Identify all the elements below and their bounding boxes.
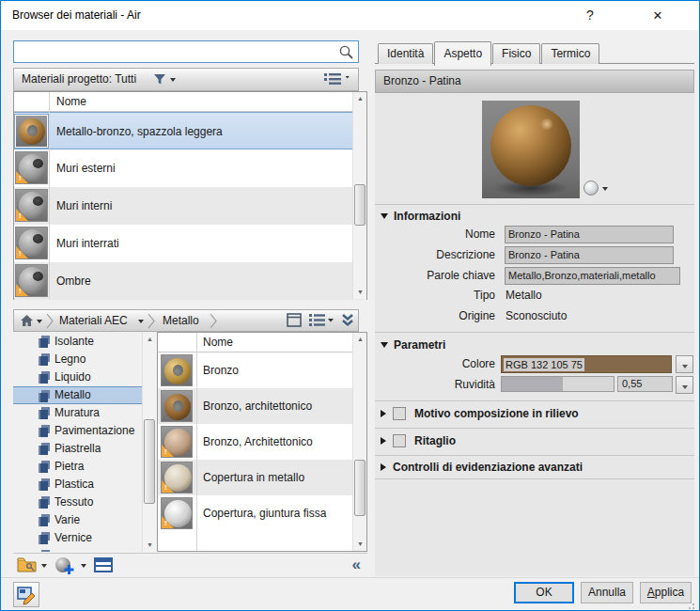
color-swatch[interactable]: RGB 132 105 75	[501, 355, 672, 373]
home-dropdown-arrow[interactable]	[37, 320, 42, 323]
panel-layout-icon[interactable]	[287, 313, 302, 327]
manage-library-dropdown-arrow[interactable]	[41, 564, 47, 568]
material-thumbnail: !	[161, 497, 193, 529]
category-icon	[39, 514, 51, 526]
close-button[interactable]: ✕	[642, 1, 674, 30]
tree-item[interactable]: Legno	[13, 351, 142, 368]
tree-item[interactable]: Muratura	[13, 404, 142, 422]
roughness-slider[interactable]	[501, 376, 614, 392]
tab-fisico[interactable]: Fisico	[492, 43, 540, 64]
resize-grip[interactable]	[689, 602, 696, 609]
tree-item[interactable]: Liquido	[13, 368, 142, 386]
relief-checkbox[interactable]	[393, 407, 406, 420]
footer-bar: OK Annulla Applica	[1, 577, 699, 611]
ok-button[interactable]: OK	[514, 582, 574, 603]
cancel-button[interactable]: Annulla	[581, 582, 633, 603]
tree-item[interactable]: Vernice	[13, 529, 142, 547]
material-row[interactable]: ! Muri interni	[14, 187, 366, 225]
tab-strip: IdentitàAspettoFisicoTermico	[375, 39, 694, 64]
breadcrumb-item-materiali-aec[interactable]: Materiali AEC	[59, 310, 128, 332]
material-row[interactable]: ! Muri interrati	[14, 225, 366, 262]
tree-item[interactable]: Pavimentazione	[13, 422, 142, 440]
view-options-button[interactable]	[322, 70, 354, 88]
search-input[interactable]	[18, 42, 335, 61]
tree-scrollbar[interactable]: ▲ ▼	[142, 333, 156, 552]
cutout-checkbox[interactable]	[393, 434, 406, 447]
section-cutout[interactable]: Ritaglio	[381, 434, 456, 449]
library-material-row[interactable]: ! Copertura in metallo	[158, 460, 366, 495]
scroll-down-arrow[interactable]: ▼	[354, 286, 366, 299]
description-field[interactable]: Bronzo - Patina	[505, 246, 674, 264]
tree-item[interactable]: Plastica	[13, 476, 142, 494]
material-row-selected[interactable]: Metallo-bronzo, spazzola leggera	[14, 112, 366, 149]
library-material-row[interactable]: ! Copertura, giuntura fissa	[158, 495, 366, 531]
tree-item[interactable]: Isolante	[13, 333, 142, 351]
open-material-editor-button[interactable]	[94, 557, 113, 572]
category-tree: Isolante Legno Liquido Metallo Muratura …	[13, 333, 142, 552]
breadcrumb-chevron-icon	[46, 313, 54, 329]
apply-button[interactable]: Applica	[640, 582, 692, 603]
material-thumbnail: !	[15, 151, 48, 184]
filter-icon[interactable]	[153, 73, 166, 86]
tab-identita[interactable]: Identità	[378, 43, 433, 64]
scroll-up-arrow[interactable]: ▲	[354, 92, 366, 105]
name-column-header[interactable]: Nome	[56, 95, 86, 108]
filter-dropdown-arrow[interactable]	[170, 78, 176, 82]
top-list-scrollbar[interactable]: ▲ ▼	[352, 92, 366, 299]
sublist-scrollbar[interactable]: ▲ ▼	[352, 333, 366, 551]
list-view-icon[interactable]	[309, 313, 334, 327]
scroll-up-arrow[interactable]: ▲	[144, 333, 156, 346]
tab-termico[interactable]: Termico	[541, 43, 599, 64]
category-icon	[39, 532, 51, 544]
scrollbar-thumb[interactable]	[354, 460, 366, 516]
tree-item-partial[interactable]	[13, 547, 142, 552]
create-material-dropdown-arrow[interactable]	[81, 564, 86, 568]
roughness-label: Ruvidità	[375, 378, 495, 391]
toggle-editor-button[interactable]	[13, 582, 39, 607]
tab-aspetto[interactable]: Aspetto	[434, 41, 491, 66]
help-button[interactable]: ?	[574, 1, 606, 30]
scrollbar-thumb[interactable]	[354, 184, 366, 226]
breadcrumb-dropdown-arrow[interactable]	[138, 320, 144, 323]
section-advanced-highlight[interactable]: Controlli di evidenziazione avanzati	[381, 461, 583, 476]
material-row[interactable]: ! Muri esterni	[14, 149, 366, 187]
roughness-dropdown-button[interactable]	[676, 376, 693, 394]
tree-item[interactable]: Pietra	[13, 458, 142, 476]
section-informazioni[interactable]: Informazioni	[381, 210, 460, 223]
material-thumbnail: !	[15, 264, 48, 297]
collapse-panel-icon[interactable]: «	[352, 556, 360, 574]
name-field[interactable]: Bronzo - Patina	[505, 226, 674, 243]
tree-item-selected[interactable]: Metallo	[13, 386, 142, 404]
breadcrumb-item-metallo[interactable]: Metallo	[163, 310, 199, 332]
keywords-field[interactable]: Metallo,Bronzo,materiali,metallo	[505, 267, 680, 285]
tree-item[interactable]: Tessuto	[13, 494, 142, 511]
keywords-label: Parole chiave	[375, 269, 495, 282]
section-parametri[interactable]: Parametri	[381, 338, 445, 352]
name-label: Nome	[375, 227, 495, 241]
scroll-up-arrow[interactable]: ▲	[354, 333, 366, 346]
create-material-button[interactable]	[54, 556, 75, 575]
tree-item[interactable]: Piastrella	[13, 440, 142, 458]
tree-item[interactable]: Varie	[13, 511, 142, 529]
library-material-row[interactable]: Bronzo, architettonico	[158, 388, 366, 424]
section-relief-pattern[interactable]: Motivo composizione in rilievo	[381, 407, 579, 422]
material-row[interactable]: ! Ombre	[14, 262, 366, 300]
type-value: Metallo	[506, 289, 542, 302]
material-preview[interactable]	[482, 101, 580, 198]
library-materials-list: Nome Bronzo Bronzo, architettonico ! Bro…	[157, 332, 367, 552]
scroll-down-arrow[interactable]: ▼	[144, 539, 156, 552]
preview-scene-button[interactable]	[583, 180, 610, 197]
scrollbar-thumb[interactable]	[144, 419, 155, 504]
color-dropdown-button[interactable]	[676, 355, 693, 373]
roughness-fill	[502, 377, 563, 391]
roughness-value[interactable]: 0,55	[617, 376, 673, 392]
scroll-down-arrow[interactable]: ▼	[354, 538, 366, 551]
name-column-header[interactable]: Nome	[203, 336, 233, 349]
project-filter-label[interactable]: Materiali progetto: Tutti	[22, 69, 136, 90]
library-material-row[interactable]: ! Bronzo, Architettonico	[158, 424, 366, 460]
home-icon[interactable]	[20, 314, 34, 327]
manage-library-button[interactable]	[17, 556, 38, 573]
expand-double-chevron-icon[interactable]	[341, 313, 354, 327]
library-material-row[interactable]: Bronzo	[158, 352, 366, 388]
material-thumbnail: !	[161, 426, 193, 458]
